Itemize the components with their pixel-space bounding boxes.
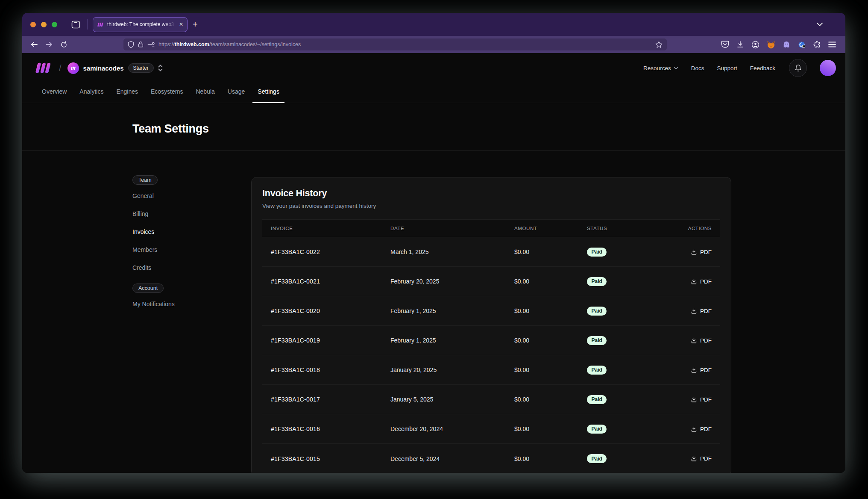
tab-close-icon[interactable]: ✕ [179, 22, 183, 27]
invoice-number: #1F33BA1C-0021 [262, 278, 382, 285]
password-manager-extension-button[interactable] [798, 41, 806, 49]
invoice-date: January 5, 2025 [382, 396, 506, 403]
column-header-actions: ACTIONS [651, 226, 720, 231]
connection-lock-icon[interactable] [138, 41, 144, 48]
maximize-window-button[interactable] [52, 22, 57, 27]
status-badge: Paid [587, 336, 607, 345]
invoice-date: March 1, 2025 [382, 248, 506, 255]
minimize-window-button[interactable] [41, 22, 47, 27]
team-avatar[interactable] [67, 62, 79, 74]
table-row: #1F33BA1C-0019 February 1, 2025 $0.00 Pa… [262, 326, 720, 355]
page-title: Team Settings [132, 122, 209, 136]
lock-badge-icon [798, 41, 806, 49]
tab-nebula[interactable]: Nebula [191, 80, 220, 103]
bookmark-star-icon[interactable] [655, 41, 663, 48]
notifications-button[interactable] [789, 59, 807, 77]
invoice-amount: $0.00 [506, 425, 578, 432]
back-button[interactable] [30, 41, 38, 48]
table-header-row: INVOICE DATE AMOUNT STATUS ACTIONS [262, 219, 720, 237]
invoice-date: February 1, 2025 [382, 337, 506, 344]
download-icon [691, 396, 697, 403]
firefox-view-button[interactable] [71, 21, 80, 29]
support-link[interactable]: Support [717, 65, 737, 71]
invoice-amount: $0.00 [506, 396, 578, 403]
download-icon [736, 41, 744, 48]
phantom-extension-button[interactable] [783, 41, 791, 49]
invoice-date: December 20, 2024 [382, 425, 506, 432]
sidebar-item-credits[interactable]: Credits [132, 259, 218, 277]
invoice-history-card: Invoice History View your past invoices … [251, 177, 731, 473]
browser-tab-strip: thirdweb: The complete web3 d ✕ + [22, 13, 845, 36]
thirdweb-logo[interactable] [34, 62, 52, 74]
download-pdf-button[interactable]: PDF [651, 337, 720, 344]
reload-button[interactable] [60, 41, 67, 48]
sidebar-item-billing[interactable]: Billing [132, 205, 218, 223]
user-avatar[interactable] [820, 60, 836, 76]
account-button[interactable] [751, 41, 760, 49]
invoice-status: Paid [578, 395, 651, 404]
feedback-link[interactable]: Feedback [750, 65, 775, 71]
table-row: #1F33BA1C-0022 March 1, 2025 $0.00 Paid … [262, 237, 720, 267]
invoice-table: INVOICE DATE AMOUNT STATUS ACTIONS #1F33… [262, 219, 720, 473]
account-settings-list: My Notifications [132, 295, 218, 313]
invoice-amount: $0.00 [506, 366, 578, 373]
download-pdf-button[interactable]: PDF [651, 278, 720, 285]
extensions-button[interactable] [813, 41, 821, 48]
invoice-date: February 20, 2025 [382, 278, 506, 285]
list-all-tabs-button[interactable] [816, 22, 823, 27]
new-tab-button[interactable]: + [193, 20, 198, 30]
team-avatar-logo [70, 66, 76, 70]
sidebar-item-general[interactable]: General [132, 187, 218, 205]
column-header-amount: AMOUNT [506, 226, 578, 231]
card-subtitle: View your past invoices and payment hist… [262, 203, 720, 209]
download-pdf-button[interactable]: PDF [651, 426, 720, 432]
menu-button[interactable] [828, 41, 836, 47]
pocket-button[interactable] [721, 41, 729, 48]
download-pdf-button[interactable]: PDF [651, 367, 720, 373]
sidebar-item-members[interactable]: Members [132, 241, 218, 259]
url-text: https://thirdweb.com/team/saminacodes/~/… [158, 41, 651, 47]
downloads-button[interactable] [736, 41, 744, 48]
close-window-button[interactable] [30, 22, 36, 27]
tab-analytics[interactable]: Analytics [74, 80, 108, 103]
download-pdf-button[interactable]: PDF [651, 455, 720, 462]
pocket-icon [721, 41, 729, 48]
divider [87, 19, 88, 30]
invoice-status: Paid [578, 336, 651, 345]
plan-badge: Starter [128, 63, 154, 73]
download-pdf-button[interactable]: PDF [651, 396, 720, 403]
table-row: #1F33BA1C-0018 January 20, 2025 $0.00 Pa… [262, 355, 720, 385]
browser-window: thirdweb: The complete web3 d ✕ + [22, 13, 845, 473]
tab-usage[interactable]: Usage [223, 80, 250, 103]
invoice-number: #1F33BA1C-0016 [262, 425, 382, 432]
hamburger-menu-icon [828, 41, 836, 47]
sidebar-item-my-notifications[interactable]: My Notifications [132, 295, 218, 313]
download-pdf-button[interactable]: PDF [651, 249, 720, 255]
invoice-number: #1F33BA1C-0017 [262, 396, 382, 403]
status-badge: Paid [587, 454, 607, 463]
resources-menu[interactable]: Resources [643, 65, 678, 71]
download-pdf-button[interactable]: PDF [651, 308, 720, 314]
docs-link[interactable]: Docs [691, 65, 704, 71]
metamask-extension-button[interactable] [767, 41, 775, 49]
tab-settings[interactable]: Settings [252, 80, 284, 103]
firefox-view-icon [71, 21, 80, 29]
forward-button[interactable] [45, 41, 53, 48]
account-icon [751, 41, 760, 49]
tracking-protection-shield-icon[interactable] [128, 41, 134, 48]
permissions-icon[interactable] [147, 41, 155, 48]
sidebar-item-invoices[interactable]: Invoices [132, 223, 218, 241]
bell-icon [795, 64, 802, 72]
team-name[interactable]: saminacodes [83, 65, 124, 72]
invoice-date: January 20, 2025 [382, 366, 506, 373]
team-switcher-button[interactable] [158, 64, 163, 72]
url-bar[interactable]: https://thirdweb.com/team/saminacodes/~/… [123, 38, 667, 50]
status-badge: Paid [587, 395, 607, 404]
tab-engines[interactable]: Engines [111, 80, 143, 103]
browser-tab-active[interactable]: thirdweb: The complete web3 d ✕ [93, 17, 188, 32]
tab-ecosystems[interactable]: Ecosystems [146, 80, 188, 103]
tab-overview[interactable]: Overview [37, 80, 72, 103]
reload-icon [60, 41, 67, 48]
dashboard-tabs: Overview Analytics Engines Ecosystems Ne… [22, 80, 845, 103]
invoice-amount: $0.00 [506, 455, 578, 462]
